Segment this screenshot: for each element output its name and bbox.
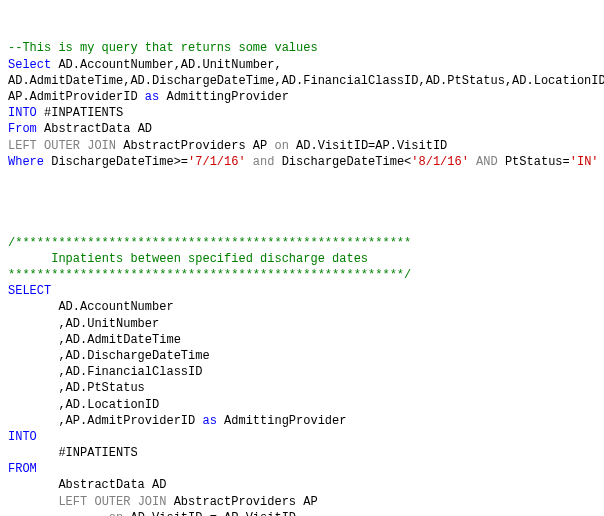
from-table: AbstractData AD bbox=[37, 122, 152, 136]
kw-on: on bbox=[109, 511, 123, 516]
where-col-3: PtStatus= bbox=[498, 155, 570, 169]
kw-left-outer-join: LEFT OUTER JOIN bbox=[8, 139, 116, 153]
col-alias-name: AdmittingProvider bbox=[159, 90, 289, 104]
kw-where: Where bbox=[8, 155, 44, 169]
col-alias-name: AdmittingProvider bbox=[217, 414, 347, 428]
string-literal: 'IN' bbox=[570, 155, 599, 169]
indent bbox=[8, 495, 58, 509]
join-table: AbstractProviders AP bbox=[166, 495, 317, 509]
kw-and: and bbox=[246, 155, 275, 169]
kw-from: FROM bbox=[8, 462, 37, 476]
col-line: ,AD.DischargeDateTime bbox=[8, 349, 210, 363]
join-predicate: AD.VisitID = AP.VisitID bbox=[123, 511, 296, 516]
kw-select: SELECT bbox=[8, 284, 51, 298]
comment-block-close: ****************************************… bbox=[8, 268, 411, 282]
join-table: AbstractProviders AP bbox=[116, 139, 274, 153]
comment-title: Inpatients between specified discharge d… bbox=[51, 252, 368, 266]
col-line: ,AD.LocationID bbox=[8, 398, 159, 412]
kw-into: INTO bbox=[8, 430, 37, 444]
comment-line: --This is my query that returns some val… bbox=[8, 41, 318, 55]
kw-and: AND bbox=[469, 155, 498, 169]
kw-into: INTO bbox=[8, 106, 37, 120]
kw-as: as bbox=[202, 414, 216, 428]
col-alias-src: AP.AdmitProviderID bbox=[8, 90, 145, 104]
comment-block-open: /***************************************… bbox=[8, 236, 411, 250]
sql-code-block: --This is my query that returns some val… bbox=[8, 40, 604, 516]
col-alias-src: ,AP.AdmitProviderID bbox=[8, 414, 202, 428]
kw-left-outer-join: LEFT OUTER JOIN bbox=[58, 495, 166, 509]
comment-indent bbox=[8, 252, 51, 266]
col-line: ,AD.UnitNumber bbox=[8, 317, 159, 331]
kw-select: Select bbox=[8, 58, 51, 72]
join-predicate: AD.VisitID=AP.VisitID bbox=[289, 139, 447, 153]
where-col-1: DischargeDateTime>= bbox=[44, 155, 188, 169]
indent bbox=[8, 511, 109, 516]
kw-from: From bbox=[8, 122, 37, 136]
where-col-2: DischargeDateTime< bbox=[274, 155, 411, 169]
string-literal: '8/1/16' bbox=[411, 155, 469, 169]
into-table: #INPATIENTS bbox=[8, 446, 138, 460]
kw-on: on bbox=[274, 139, 288, 153]
from-table: AbstractData AD bbox=[8, 478, 166, 492]
col-list-2: AD.AdmitDateTime,AD.DischargeDateTime,AD… bbox=[8, 74, 604, 88]
kw-as: as bbox=[145, 90, 159, 104]
col-line: ,AD.AdmitDateTime bbox=[8, 333, 181, 347]
col-list-1: AD.AccountNumber,AD.UnitNumber, bbox=[51, 58, 281, 72]
string-literal: '7/1/16' bbox=[188, 155, 246, 169]
col-line: ,AD.FinancialClassID bbox=[8, 365, 202, 379]
col-line: AD.AccountNumber bbox=[8, 300, 174, 314]
into-table: #INPATIENTS bbox=[37, 106, 123, 120]
col-line: ,AD.PtStatus bbox=[8, 381, 145, 395]
